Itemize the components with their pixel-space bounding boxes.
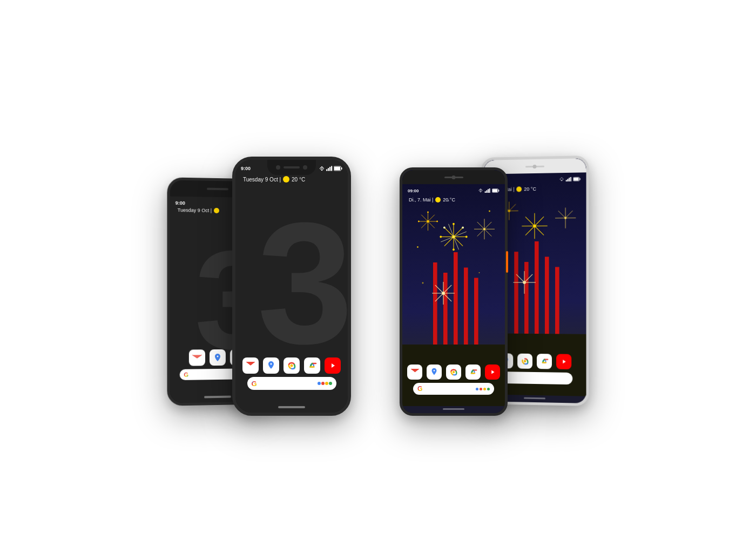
pixel3xl-gmail-icon — [242, 357, 259, 374]
svg-point-78 — [417, 246, 418, 248]
pixel3a-dark-phone: 09:00 Di., 7. Mai | 20 °C — [400, 167, 508, 416]
pixel3xl-weather-icon — [283, 176, 289, 183]
svg-rect-87 — [489, 188, 490, 193]
pixel3a-white-home-bar — [524, 397, 545, 400]
pixel3-time: 9:00 — [176, 200, 185, 206]
svg-point-83 — [480, 191, 481, 192]
pixel3a-white-photos — [517, 354, 532, 369]
pixel3-speaker — [207, 188, 228, 191]
pixel3a-dark-status-icons — [478, 188, 500, 193]
assistant-dots — [318, 382, 332, 385]
pixel3a-white-wifi — [559, 177, 564, 181]
pixel3a-dark-gmail — [407, 364, 422, 380]
pixel3a-signal-icon — [484, 188, 491, 193]
svg-rect-89 — [498, 190, 499, 191]
svg-rect-11 — [334, 167, 340, 170]
battery-icon — [334, 166, 342, 171]
pixel3xl-phone: 9:00 Tuesday 9 Oct | 20 °C 3 — [232, 157, 351, 416]
pixel3a-dark-screen: 09:00 Di., 7. Mai | 20 °C — [402, 170, 505, 413]
pixel3a-wifi-icon — [478, 188, 483, 193]
google-g-logo: G — [184, 372, 188, 378]
pixel3a-white-search-bar[interactable]: G — [497, 372, 573, 384]
svg-point-45 — [440, 236, 442, 238]
pixel3xl-home-indicator — [278, 406, 305, 408]
notch-camera-right — [303, 165, 307, 170]
signal-icon — [326, 166, 333, 171]
svg-point-57 — [427, 211, 429, 213]
pixel3xl-photos-icon — [284, 357, 300, 374]
pixel3a-dark-maps — [427, 364, 442, 380]
pixel3xl-search-bar[interactable]: G — [247, 377, 336, 390]
pixel3a-white-chrome — [537, 354, 552, 369]
pixel3a-battery-icon — [492, 188, 500, 193]
notch-camera-left — [276, 165, 280, 170]
svg-point-46 — [462, 227, 464, 229]
pixel3xl-youtube-icon — [325, 357, 341, 374]
pixel3a-dark-camera — [452, 176, 456, 179]
pixel3xl-date: Tuesday 9 Oct | 20 °C — [243, 176, 340, 183]
svg-rect-25 — [443, 273, 448, 345]
pixel3a-dark-topbar — [402, 170, 505, 184]
pixel3a-dark-google-g: G — [417, 385, 422, 393]
pixel3a-white-dock-row — [498, 353, 572, 369]
pixel3xl-app-dock: G — [235, 357, 348, 390]
svg-rect-90 — [492, 189, 497, 192]
pixel3a-group: 09:00 Di., 7. Mai | 20 °C — [383, 124, 589, 416]
svg-point-43 — [465, 236, 468, 238]
pixel3-group: 9:00 ▼ ▲ 📶 🔋 Tuesday 9 Oct | 3 — [167, 124, 351, 416]
svg-rect-27 — [464, 268, 468, 345]
pixel3xl-screen: 9:00 Tuesday 9 Oct | 20 °C 3 — [235, 160, 348, 413]
pixel3a-dark-assistant-dots — [475, 388, 490, 390]
pixel3a-white-status-icons — [559, 177, 580, 182]
svg-point-44 — [453, 248, 455, 251]
svg-rect-107 — [555, 267, 559, 334]
pixel3a-white-temp: 20 °C — [524, 186, 536, 192]
pixel3a-dark-chrome — [465, 364, 481, 380]
pixel3a-dark-app-dock: G — [402, 364, 505, 395]
weather-icon-small — [214, 208, 219, 213]
pixel3a-dark-temp: 20 °C — [443, 197, 455, 202]
pixel3-home-indicator — [204, 396, 231, 399]
pixel3xl-chrome-icon — [304, 357, 320, 374]
svg-rect-24 — [433, 262, 437, 345]
pixel3a-dark-weather — [435, 197, 441, 202]
pixel3xl-maps-icon — [263, 357, 279, 374]
maps-icon — [210, 349, 226, 366]
pixel3xl-weather-temp: 20 °C — [292, 177, 305, 183]
svg-point-59 — [418, 221, 420, 222]
svg-rect-140 — [568, 179, 569, 181]
svg-rect-10 — [341, 167, 342, 170]
pixel3xl-status-icons — [319, 166, 342, 171]
svg-point-47 — [443, 227, 446, 229]
svg-rect-141 — [569, 178, 570, 181]
svg-point-4 — [321, 170, 322, 171]
pixel3a-white-battery — [573, 177, 580, 181]
gmail-icon — [188, 349, 205, 366]
svg-rect-85 — [486, 190, 487, 193]
svg-rect-8 — [331, 166, 332, 171]
pixel3xl-notch — [267, 160, 316, 175]
svg-point-82 — [422, 282, 424, 284]
pixel3xl-time: 9:00 — [241, 166, 251, 171]
pixel3a-dark-home-bar — [443, 408, 464, 410]
svg-point-42 — [453, 223, 455, 225]
svg-rect-106 — [545, 256, 549, 334]
svg-rect-104 — [524, 262, 529, 334]
svg-rect-86 — [488, 189, 489, 193]
pixel3a-dark-photos — [446, 364, 461, 380]
svg-rect-84 — [485, 191, 486, 193]
pixel3a-white-camera — [533, 164, 537, 168]
svg-rect-139 — [566, 180, 567, 181]
pixel3a-white-weather — [517, 186, 522, 192]
svg-rect-105 — [535, 241, 539, 334]
pixel3xl-dock-row-apps — [242, 357, 341, 374]
pixel3a-white-youtube — [556, 354, 571, 369]
svg-point-94 — [453, 371, 455, 374]
svg-rect-28 — [474, 278, 478, 345]
svg-rect-142 — [570, 177, 571, 181]
svg-rect-7 — [329, 167, 330, 171]
svg-rect-145 — [573, 178, 578, 181]
pixel3a-dark-status: 09:00 — [408, 186, 500, 195]
pixel3a-dark-search-bar[interactable]: G — [413, 383, 494, 395]
pixel3xl-big-number: 3 — [257, 197, 348, 369]
